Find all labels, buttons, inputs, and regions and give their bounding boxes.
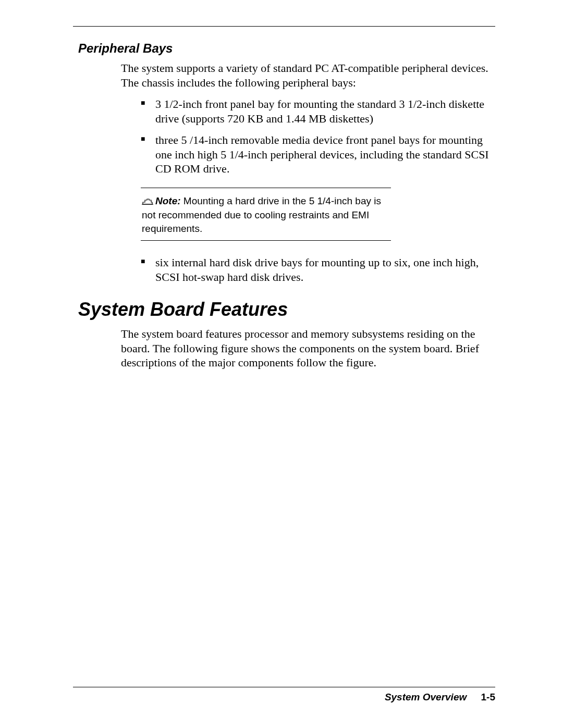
list-item: 3 1/2-inch front panel bay for mounting …: [141, 97, 495, 126]
bullet-list-1: 3 1/2-inch front panel bay for mounting …: [141, 97, 495, 176]
page-footer: System Overview 1-5: [73, 687, 495, 703]
footer-section-title: System Overview: [385, 692, 467, 702]
subheading-peripheral-bays: Peripheral Bays: [78, 41, 495, 56]
footer-page-number: 1-5: [481, 692, 495, 702]
top-rule: [73, 26, 495, 27]
heading-system-board-features: System Board Features: [78, 299, 495, 320]
note-label: Note:: [155, 195, 181, 206]
note-box: Note: Mounting a hard drive in the 5 1/4…: [141, 188, 391, 241]
main-paragraph: The system board features processor and …: [121, 327, 495, 370]
list-item: three 5 /14-inch removable media device …: [141, 133, 495, 176]
intro-paragraph: The system supports a variety of standar…: [121, 61, 495, 90]
list-item: six internal hard disk drive bays for mo…: [141, 255, 495, 284]
note-hand-icon: [142, 195, 153, 209]
bottom-rule: [73, 687, 495, 687]
bullet-list-2: six internal hard disk drive bays for mo…: [141, 255, 495, 284]
